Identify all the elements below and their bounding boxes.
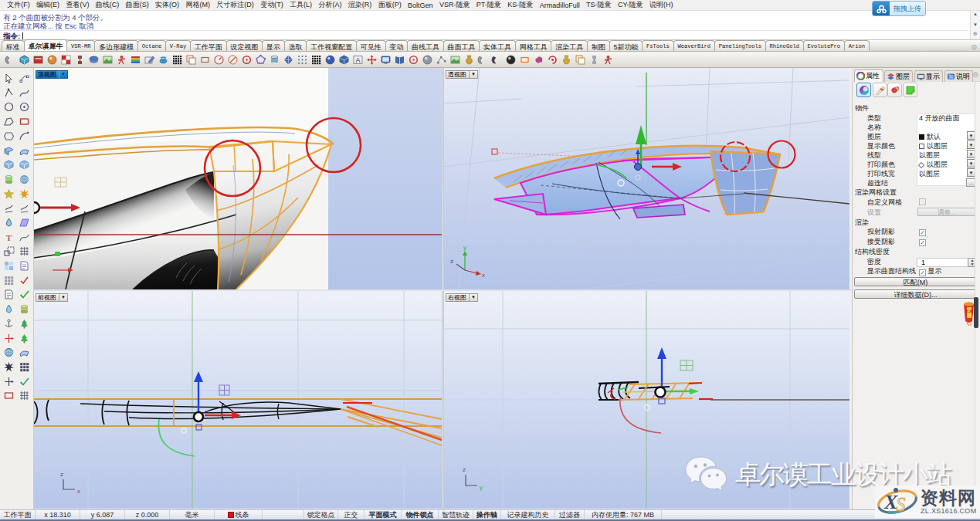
svg-text:z: z xyxy=(60,471,63,478)
svg-text:y: y xyxy=(463,244,466,251)
svg-text:x: x xyxy=(77,488,80,495)
svg-text:y: y xyxy=(480,484,483,491)
svg-text:x: x xyxy=(482,272,485,279)
svg-text:知: 知 xyxy=(949,74,954,80)
svg-text:z: z xyxy=(463,466,466,473)
svg-text:T: T xyxy=(6,233,12,242)
svg-text:z: z xyxy=(450,258,453,265)
svg-text:S: S xyxy=(896,494,906,515)
svg-text:A: A xyxy=(355,56,360,64)
svg-text:优惠: 优惠 xyxy=(965,309,973,314)
